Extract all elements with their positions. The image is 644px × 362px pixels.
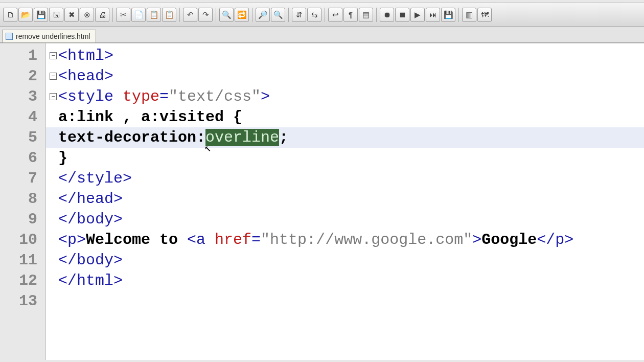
separator — [376, 8, 377, 22]
close-button[interactable]: ✖ — [64, 8, 79, 22]
token-tag: </body> — [58, 252, 123, 269]
token-tag: > — [261, 88, 270, 105]
fold-toggle-icon[interactable]: − — [50, 73, 57, 80]
separator — [179, 8, 180, 22]
save-macro-button[interactable]: 💾 — [441, 8, 455, 22]
save-all-button[interactable]: 🖫 — [49, 8, 63, 22]
code-line[interactable]: } — [46, 148, 644, 168]
token-tag: </style> — [58, 170, 132, 187]
new-file-button[interactable]: 🗋 — [3, 8, 17, 22]
token-txt: text-decoration: — [58, 129, 205, 146]
cut-button[interactable]: ✂ — [116, 8, 130, 22]
code-line[interactable]: −<html> — [46, 46, 644, 66]
record-macro-button[interactable]: ⏺ — [380, 8, 394, 22]
editor[interactable]: 12345678910111213 ↖ −<html>−<head>−<styl… — [0, 43, 644, 360]
code-area[interactable]: ↖ −<html>−<head>−<style type="text/css">… — [46, 43, 644, 360]
toggle-panel-button[interactable]: ▥ — [462, 8, 476, 22]
token-tag: </p> — [537, 231, 573, 248]
token-txt: a:link , a:visited { — [58, 108, 242, 126]
code-line[interactable]: a:link , a:visited { — [46, 107, 644, 127]
separator — [216, 8, 216, 22]
find-button[interactable]: 🔍 — [219, 8, 234, 22]
zoom-in-button[interactable]: 🔎 — [256, 8, 270, 22]
tabbar: remove underlines.html — [0, 27, 644, 43]
line-number: 12 — [0, 270, 45, 291]
token-tag: </html> — [58, 272, 123, 289]
fold-column: − — [48, 52, 58, 59]
token-tag: <a — [187, 231, 215, 248]
sync-h-button[interactable]: ⇆ — [307, 8, 321, 22]
code-line[interactable]: <p>Welcome to <a href="http://www.google… — [46, 230, 644, 250]
line-number: 5 — [0, 127, 45, 148]
token-attr: type — [123, 88, 159, 105]
token-txt: ; — [279, 129, 288, 146]
line-number: 2 — [0, 66, 45, 86]
code-line[interactable]: </head> — [46, 189, 644, 209]
code-line[interactable]: </body> — [46, 250, 644, 270]
paste-button[interactable]: 📋 — [147, 8, 161, 22]
line-number: 3 — [0, 86, 45, 107]
separator — [252, 8, 252, 22]
token-str: "text/css" — [169, 88, 261, 105]
token-txt: } — [58, 149, 67, 167]
token-tag: </body> — [58, 211, 123, 228]
line-number: 9 — [0, 209, 45, 230]
token-txt: Google — [481, 231, 537, 248]
separator — [325, 8, 325, 22]
save-button[interactable]: 💾 — [34, 8, 48, 22]
fold-column: − — [48, 73, 58, 80]
token-tag: <html> — [58, 47, 113, 64]
open-folder-button[interactable]: 📂 — [18, 8, 33, 22]
indent-guide-button[interactable]: ▤ — [359, 8, 373, 22]
token-tag: > — [472, 231, 481, 248]
code-line[interactable]: </style> — [46, 168, 644, 189]
close-all-button[interactable]: ⊗ — [80, 8, 94, 22]
token-tag: </head> — [58, 190, 123, 208]
file-icon — [6, 33, 13, 40]
redo-button[interactable]: ↷ — [198, 8, 213, 22]
play-macro-button[interactable]: ▶ — [410, 8, 425, 22]
code-line[interactable]: −<style type="text/css"> — [46, 86, 644, 107]
line-number: 4 — [0, 107, 45, 127]
code-line[interactable]: </html> — [46, 270, 644, 291]
token-tag: <head> — [58, 67, 113, 85]
line-number: 7 — [0, 168, 45, 189]
separator — [458, 8, 459, 22]
paste-special-button[interactable]: 📋 — [162, 8, 176, 22]
fold-toggle-icon[interactable]: − — [50, 52, 57, 59]
zoom-out-button[interactable]: 🔍 — [271, 8, 285, 22]
token-tag: = — [159, 88, 169, 105]
token-sel: overline — [205, 129, 279, 146]
sync-v-button[interactable]: ⇵ — [292, 8, 306, 22]
code-line[interactable]: −<head> — [46, 66, 644, 86]
fold-toggle-icon[interactable]: − — [50, 93, 57, 100]
line-number: 8 — [0, 189, 45, 209]
fold-column: − — [48, 93, 58, 100]
doc-map-button[interactable]: 🗺 — [477, 8, 492, 22]
tab-active[interactable]: remove underlines.html — [2, 30, 96, 42]
token-tag: = — [251, 231, 261, 248]
line-number: 10 — [0, 230, 45, 250]
code-line[interactable] — [46, 291, 644, 311]
token-txt: Welcome to — [86, 231, 187, 248]
line-number: 6 — [0, 148, 45, 168]
code-line[interactable]: </body> — [46, 209, 644, 230]
tab-filename: remove underlines.html — [16, 32, 90, 40]
line-number: 1 — [0, 46, 45, 66]
separator — [112, 8, 113, 22]
token-str: "http://www.google.com" — [261, 231, 472, 248]
print-button[interactable]: 🖨 — [95, 8, 109, 22]
undo-button[interactable]: ↶ — [183, 8, 197, 22]
toolbar: 🗋📂💾🖫✖⊗🖨✂📄📋📋↶↷🔍🔁🔎🔍⇵⇆↩¶▤⏺⏹▶⏭💾▥🗺 — [0, 3, 644, 27]
wrap-button[interactable]: ↩ — [328, 8, 342, 22]
line-number: 13 — [0, 291, 45, 311]
line-number: 11 — [0, 250, 45, 270]
play-multi-button[interactable]: ⏭ — [426, 8, 440, 22]
token-tag: <p> — [58, 231, 86, 248]
copy-button[interactable]: 📄 — [131, 8, 146, 22]
stop-macro-button[interactable]: ⏹ — [395, 8, 409, 22]
show-all-button[interactable]: ¶ — [343, 8, 358, 22]
replace-button[interactable]: 🔁 — [235, 8, 249, 22]
code-line[interactable]: text-decoration:overline; — [46, 127, 644, 148]
token-tag: <style — [58, 88, 123, 105]
